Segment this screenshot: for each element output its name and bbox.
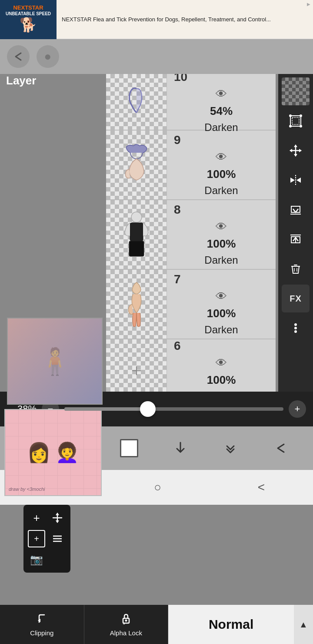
main-area: Layer 🧍 👩 👩‍🦱 draw by <3mochi + [0, 74, 313, 392]
layer-6-thumbnail [106, 339, 167, 392]
layer-10-info: 10 👁 54% Darken [167, 74, 276, 130]
zoom-slider-thumb[interactable] [140, 401, 156, 417]
layer-9-visibility[interactable]: 👁 [216, 151, 227, 164]
alpha-lock-button[interactable]: α Alpha Lock [84, 605, 169, 644]
svg-point-32 [294, 330, 297, 333]
svg-marker-19 [290, 149, 292, 152]
transform-button[interactable] [282, 107, 310, 135]
arrange-up-button[interactable] [282, 225, 310, 253]
svg-marker-23 [296, 178, 301, 183]
zoom-slider-fill [64, 407, 148, 411]
layer-7-info: 7 👁 100% Darken [167, 270, 276, 339]
zoom-plus-button[interactable]: + [289, 400, 306, 418]
flip-button[interactable] [48, 508, 67, 527]
flip-horizontal-button[interactable] [282, 166, 310, 194]
arrange-down-button[interactable] [282, 196, 310, 224]
dog-icon: 🐕 [6, 17, 51, 33]
blend-mode-arrow[interactable]: ▲ [294, 605, 313, 644]
expand-button[interactable] [219, 436, 242, 460]
ad-tagline: UNBEATABLE SPEED [6, 11, 51, 17]
layer-panel-title: Layer [6, 74, 36, 87]
watermark: draw by <3mochi [9, 486, 45, 492]
svg-marker-0 [56, 513, 59, 515]
ad-banner[interactable]: NEXTSTAR UNBEATABLE SPEED 🐕 NEXTSTAR Fle… [0, 0, 313, 39]
move-button[interactable] [282, 137, 310, 164]
ad-image: NEXTSTAR UNBEATABLE SPEED 🐕 [0, 0, 57, 39]
zoom-slider-track[interactable] [64, 407, 283, 411]
download-button[interactable] [169, 436, 192, 460]
back-nav-button[interactable]: < [245, 476, 278, 499]
layer-list[interactable]: 10 👁 54% Darken 9 👁 [106, 74, 276, 392]
layer-item[interactable]: 7 👁 100% Darken [106, 270, 276, 339]
camera-button[interactable]: 📷 [27, 550, 46, 569]
ad-text[interactable]: NEXTSTAR Flea and Tick Prevention for Do… [57, 13, 313, 26]
layer-8-visibility[interactable]: 👁 [216, 220, 227, 234]
svg-rect-8 [129, 241, 144, 256]
svg-marker-18 [294, 154, 297, 157]
layer-8-blend: Darken [204, 254, 238, 266]
blend-arrow-icon: ▲ [299, 620, 308, 630]
layer-10-visibility[interactable]: 👁 [216, 87, 227, 101]
alpha-lock-icon: α [120, 613, 132, 627]
layer-6-info: 6 👁 100% Darken [167, 339, 276, 392]
layer-7-opacity: 100% [207, 307, 236, 320]
layer-8-info: 8 👁 100% Darken [167, 200, 276, 269]
add-layer-button[interactable]: + [27, 508, 46, 527]
layer-10-opacity: 54% [210, 104, 233, 118]
svg-marker-22 [290, 178, 295, 183]
ad-brand: NEXTSTAR [6, 5, 51, 10]
layer-9-blend: Darken [204, 184, 238, 197]
artwork-thumb[interactable]: 👩 👩‍🦱 draw by <3mochi [4, 409, 102, 496]
layer-item[interactable]: 9 👁 100% Darken [106, 131, 276, 200]
svg-point-13 [289, 114, 292, 117]
layer-8-thumbnail [106, 200, 167, 269]
delete-button[interactable] [282, 255, 310, 283]
back-button[interactable] [7, 45, 30, 68]
bottom-blend-bar: Clipping α Alpha Lock Normal ▲ [0, 605, 313, 644]
ad-close[interactable]: ▶ [307, 2, 310, 7]
layer-6-opacity: 100% [207, 373, 236, 387]
layer-8-number: 8 [174, 203, 181, 217]
layer-item[interactable]: 10 👁 54% Darken [106, 74, 276, 131]
clipping-icon [36, 613, 48, 627]
svg-rect-12 [292, 117, 299, 124]
svg-point-34 [125, 619, 127, 621]
home-button[interactable]: ○ [141, 476, 174, 499]
checker-pattern-button[interactable] [282, 77, 310, 105]
layer-10-number: 10 [174, 74, 187, 84]
back-tool-button[interactable] [269, 436, 293, 460]
svg-point-14 [300, 114, 302, 117]
layer-6-number: 6 [174, 339, 181, 353]
layer-item[interactable]: 6 👁 100% Darken [106, 339, 276, 392]
blend-mode-select[interactable]: Normal [168, 605, 294, 644]
thumb-characters: 👩 👩‍🦱 [5, 410, 101, 495]
layer-6-visibility[interactable]: 👁 [216, 356, 227, 370]
alpha-lock-label: Alpha Lock [110, 629, 142, 637]
artwork-small-figure: 🧍 [39, 346, 71, 377]
svg-marker-20 [299, 149, 302, 152]
tool-buttons: + + 📷 [23, 505, 70, 573]
artwork-small: 🧍 [7, 318, 103, 405]
color-swatch [120, 439, 138, 457]
layer-item[interactable]: 8 👁 100% Darken [106, 200, 276, 270]
layer-8-opacity: 100% [207, 237, 236, 251]
layer-7-blend: Darken [204, 324, 238, 336]
svg-marker-17 [294, 144, 297, 147]
layer-9-info: 9 👁 100% Darken [167, 131, 276, 199]
svg-rect-7 [130, 223, 143, 241]
layer-9-opacity: 100% [207, 168, 236, 181]
svg-point-31 [294, 327, 297, 329]
color-button[interactable] [117, 436, 142, 461]
layer-7-visibility[interactable]: 👁 [216, 290, 227, 303]
fx-button[interactable]: FX [282, 285, 310, 312]
more-button[interactable] [282, 314, 310, 342]
svg-point-30 [294, 323, 297, 326]
right-toolbar: FX [278, 74, 313, 392]
canvas-preview: 🧍 👩 👩‍🦱 draw by <3mochi + + [0, 74, 104, 392]
add-copy-button[interactable]: + [28, 530, 45, 547]
arrange-button[interactable] [48, 529, 67, 548]
home-icon: ○ [154, 480, 161, 494]
circle-button[interactable]: ● [37, 45, 59, 68]
clipping-button[interactable]: Clipping [0, 605, 84, 644]
char1-icon: 👩 [27, 441, 51, 464]
